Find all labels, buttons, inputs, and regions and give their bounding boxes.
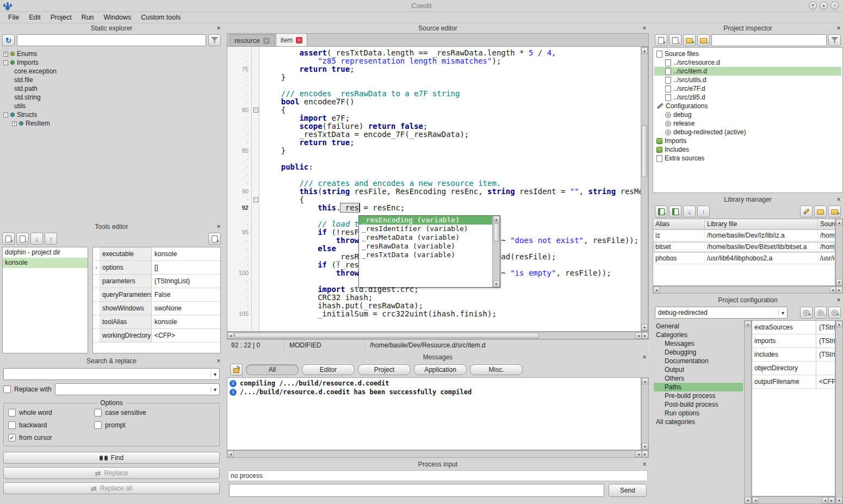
gear-run-button[interactable]: +	[828, 307, 841, 319]
tree-item-categories[interactable]: Categories	[654, 331, 743, 339]
message-row[interactable]: icompiling /.../build/resource.d.coedit	[227, 379, 641, 388]
close-panel-icon[interactable]: ×	[834, 24, 843, 32]
doc-minus-button[interactable]: -	[669, 34, 681, 46]
scroll-down-icon[interactable]: ▾	[642, 443, 648, 450]
tree-item-src-utils-d[interactable]: ../src/utils.d	[654, 76, 841, 84]
clean-button[interactable]	[230, 364, 243, 376]
arrow-up-button[interactable]: ↑	[45, 233, 57, 245]
send-button[interactable]: Send	[609, 484, 647, 497]
tree-item-resitem[interactable]: +ResItem	[1, 119, 222, 128]
checkbox-icon[interactable]	[94, 421, 102, 429]
scroll-down-icon[interactable]: ▾	[836, 279, 842, 285]
tree-item-std-path[interactable]: std.path	[1, 84, 222, 93]
tree-item-general[interactable]: General	[654, 322, 743, 331]
tree-item-source-files[interactable]: Source files	[654, 49, 841, 58]
doc-plus-button[interactable]: +	[2, 233, 15, 245]
arrow-down-button[interactable]: ↓	[30, 233, 43, 245]
tree-item-includes[interactable]: Includes	[654, 145, 841, 154]
chevron-down-icon[interactable]: ▾	[778, 310, 787, 316]
scroll-left-icon[interactable]: ◂	[822, 497, 828, 503]
filter-project[interactable]: Project	[358, 364, 411, 375]
gear-minus-button[interactable]: -	[814, 307, 827, 319]
symbol-search-input[interactable]	[17, 34, 206, 46]
code-line[interactable]: · import e7F;	[227, 114, 641, 122]
code-line[interactable]: · CRC32 ihash;	[227, 294, 641, 302]
property-row-imports[interactable]: imports(TStringList)	[752, 334, 835, 348]
fold-collapse-icon[interactable]: -	[253, 108, 258, 113]
tree-item-structs[interactable]: -Structs	[1, 110, 222, 119]
expand-icon[interactable]: ›	[93, 261, 100, 274]
checkbox-icon[interactable]: ✓	[8, 434, 16, 441]
collapse-icon[interactable]: -	[3, 60, 8, 65]
tree-item-std-string[interactable]: std.string	[1, 93, 222, 102]
column-header-sources[interactable]: Sources	[818, 219, 835, 229]
tree-item-enums[interactable]: +Enums	[1, 49, 222, 58]
close-button[interactable]: ×	[830, 2, 839, 10]
tree-item-debug-redirected-active[interactable]: debug-redirected (active)	[654, 128, 841, 136]
search-term-combobox[interactable]: ▾	[3, 368, 220, 380]
close-panel-icon[interactable]: ×	[640, 461, 649, 468]
replace-all-button[interactable]: ⇄ Replace all	[3, 482, 220, 494]
completion-scrollbar[interactable]: ▴ ▾	[492, 216, 500, 287]
property-value[interactable]: swoNone	[152, 302, 220, 315]
tree-item-debug[interactable]: debug	[654, 110, 841, 119]
tree-item-paths[interactable]: Paths	[654, 383, 743, 391]
minimize-button[interactable]: ▾	[809, 2, 817, 10]
funnel-button[interactable]	[208, 34, 221, 46]
checkbox-icon[interactable]	[94, 409, 102, 416]
messages-vertical-scrollbar[interactable]: ▴ ▾	[641, 377, 649, 450]
code-line[interactable]: 75 return true;	[227, 65, 641, 73]
scroll-left-icon[interactable]: ◂	[752, 497, 759, 503]
tree-item-src-e7f-d[interactable]: ../src/e7F.d	[654, 84, 841, 93]
tree-item-extra-sources[interactable]: Extra sources	[654, 154, 841, 163]
scroll-up-icon[interactable]: ▴	[836, 321, 842, 327]
property-row-includes[interactable]: includes(TStringList)	[752, 348, 835, 362]
code-line[interactable]: · scope(failure) return false;	[227, 122, 641, 130]
scroll-right-icon[interactable]: ▸	[642, 332, 648, 339]
tree-item-src-item-d[interactable]: ../src/item.d	[654, 67, 841, 76]
scroll-left-icon[interactable]: ◂	[227, 451, 234, 457]
tree-item-imports[interactable]: -Imports	[1, 58, 222, 67]
tree-item-all-categories[interactable]: All categories	[654, 418, 743, 426]
book-plus-button[interactable]: +	[655, 206, 667, 217]
arrow-up-button[interactable]: ↑	[697, 206, 710, 217]
tree-item-others[interactable]: Others	[654, 374, 743, 383]
inspector-search-input[interactable]	[711, 34, 827, 46]
tree-item-messages[interactable]: Messages	[654, 339, 743, 348]
scroll-up-icon[interactable]: ▴	[836, 219, 842, 226]
code-line[interactable]: · "z85 representation length mismatches"…	[227, 57, 641, 65]
scroll-up-icon[interactable]: ▴	[642, 378, 648, 384]
code-line[interactable]: 85 }	[227, 147, 641, 155]
scroll-up-icon[interactable]: ▴	[745, 321, 751, 327]
code-editor[interactable]: · assert(_resTxtData.length == _resRawDa…	[227, 47, 649, 332]
property-row-workingdirectory[interactable]: workingDirectory<CFP>	[93, 329, 220, 343]
replace-term-combobox[interactable]: ▾	[55, 383, 220, 395]
completion-item-restxtdata-variable[interactable]: _resTxtData (variable)	[359, 251, 492, 259]
doc-plus-button[interactable]: +	[655, 34, 667, 46]
column-header-library-file[interactable]: Library file	[705, 219, 818, 229]
property-value[interactable]: (TStringList)	[816, 334, 835, 347]
property-row-toolalias[interactable]: toolAliaskonsole	[93, 315, 220, 329]
close-panel-icon[interactable]: ×	[214, 223, 223, 231]
code-line[interactable]: ·	[227, 171, 641, 179]
replace-button[interactable]: ⇄ Replace	[3, 467, 220, 479]
tree-item-post-build-process[interactable]: Post-build process	[654, 400, 743, 409]
property-value[interactable]: False	[152, 288, 220, 301]
folder-plus-button[interactable]: +	[828, 206, 841, 217]
library-horizontal-scrollbar[interactable]: ◂ ◂ ▸	[653, 286, 843, 294]
maximize-button[interactable]: ▴	[820, 2, 828, 10]
code-line[interactable]: · bool encodee7F()	[227, 98, 641, 106]
code-line[interactable]: · /// encodes _resRawData to a e7F strin…	[227, 90, 641, 98]
tree-item-debugging[interactable]: Debugging	[654, 348, 743, 357]
scroll-left-icon[interactable]: ◂	[653, 287, 660, 293]
folder-minus-button[interactable]: -	[697, 34, 710, 46]
editor-horizontal-scrollbar[interactable]: ◂ ◂ ▸	[227, 332, 649, 339]
property-value[interactable]: <CFP>	[816, 375, 835, 388]
folder-plus-button[interactable]: +	[683, 34, 696, 46]
checkbox-icon[interactable]	[8, 421, 16, 429]
expand-icon[interactable]: +	[12, 121, 17, 126]
code-line[interactable]: 90 this(string resFile, ResEncoding resE…	[227, 188, 641, 196]
property-value[interactable]	[816, 362, 835, 375]
property-value[interactable]: konsole	[152, 247, 220, 260]
code-line[interactable]: · ihash.put(_resRawData);	[227, 302, 641, 310]
